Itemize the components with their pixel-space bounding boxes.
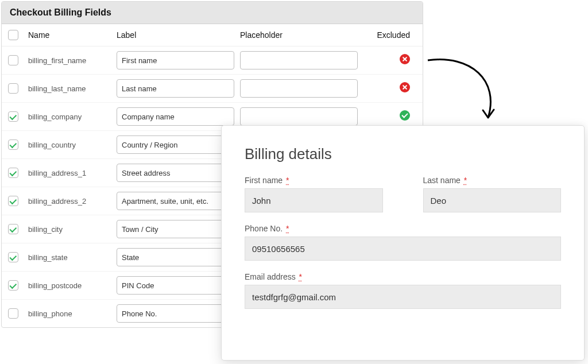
phone-field: Phone No. * [245, 224, 561, 261]
placeholder-input[interactable] [240, 107, 358, 126]
label-input[interactable] [117, 220, 234, 238]
field-row: billing_first_name [2, 47, 423, 75]
row-checkbox[interactable] [8, 83, 18, 94]
label-input[interactable] [117, 192, 234, 210]
columns-header: Name Label Placeholder Excluded [2, 24, 423, 47]
phone-input[interactable] [245, 237, 561, 261]
preview-arrow [425, 57, 511, 126]
field-name: billing_last_name [25, 84, 117, 93]
field-name: billing_address_2 [25, 197, 117, 206]
placeholder-input[interactable] [240, 51, 358, 69]
email-label: Email address * [245, 272, 561, 281]
field-row: billing_last_name [2, 75, 423, 103]
first-name-input[interactable] [245, 188, 383, 212]
required-icon: * [464, 176, 467, 185]
last-name-field: Last name * [423, 176, 562, 212]
first-name-field: First name * [245, 176, 383, 212]
excluded-yes-icon[interactable] [400, 110, 410, 121]
field-name: billing_state [25, 253, 117, 262]
label-input[interactable] [117, 248, 234, 266]
billing-details-card: Billing details First name * Last name *… [221, 125, 585, 361]
row-checkbox[interactable] [8, 196, 18, 206]
label-input[interactable] [117, 79, 234, 98]
label-input[interactable] [117, 107, 234, 126]
email-field: Email address * [245, 272, 561, 309]
field-name: billing_company [25, 113, 117, 121]
phone-label: Phone No. * [245, 224, 561, 233]
required-icon: * [286, 224, 289, 233]
row-checkbox[interactable] [8, 280, 18, 291]
col-header-excluded: Excluded [363, 30, 418, 40]
field-name: billing_postcode [25, 281, 117, 290]
email-input[interactable] [245, 285, 561, 309]
row-checkbox[interactable] [8, 140, 18, 150]
row-checkbox[interactable] [8, 55, 18, 65]
field-name: billing_country [25, 141, 117, 149]
last-name-input[interactable] [423, 188, 562, 212]
field-name: billing_address_1 [25, 169, 117, 177]
required-icon: * [286, 176, 289, 185]
field-name: billing_city [25, 225, 117, 234]
excluded-no-icon[interactable] [400, 54, 410, 64]
label-input[interactable] [117, 51, 234, 69]
excluded-no-icon[interactable] [400, 82, 410, 92]
col-header-label: Label [117, 30, 240, 40]
field-name: billing_first_name [25, 56, 117, 65]
panel-title: Checkout Billing Fields [2, 2, 423, 24]
label-input[interactable] [117, 276, 234, 295]
label-input[interactable] [117, 164, 234, 182]
placeholder-input[interactable] [240, 79, 358, 98]
select-all-checkbox[interactable] [8, 30, 18, 40]
card-title: Billing details [245, 145, 561, 163]
row-checkbox[interactable] [8, 224, 18, 234]
label-input[interactable] [117, 304, 234, 323]
row-checkbox[interactable] [8, 252, 18, 262]
col-header-name: Name [25, 30, 117, 40]
col-header-placeholder: Placeholder [240, 30, 363, 40]
label-input[interactable] [117, 135, 234, 154]
first-name-label: First name * [245, 176, 383, 185]
last-name-label: Last name * [423, 176, 562, 185]
row-checkbox[interactable] [8, 111, 18, 122]
field-name: billing_phone [25, 309, 117, 318]
row-checkbox[interactable] [8, 168, 18, 178]
required-icon: * [299, 272, 302, 281]
row-checkbox[interactable] [8, 308, 18, 319]
